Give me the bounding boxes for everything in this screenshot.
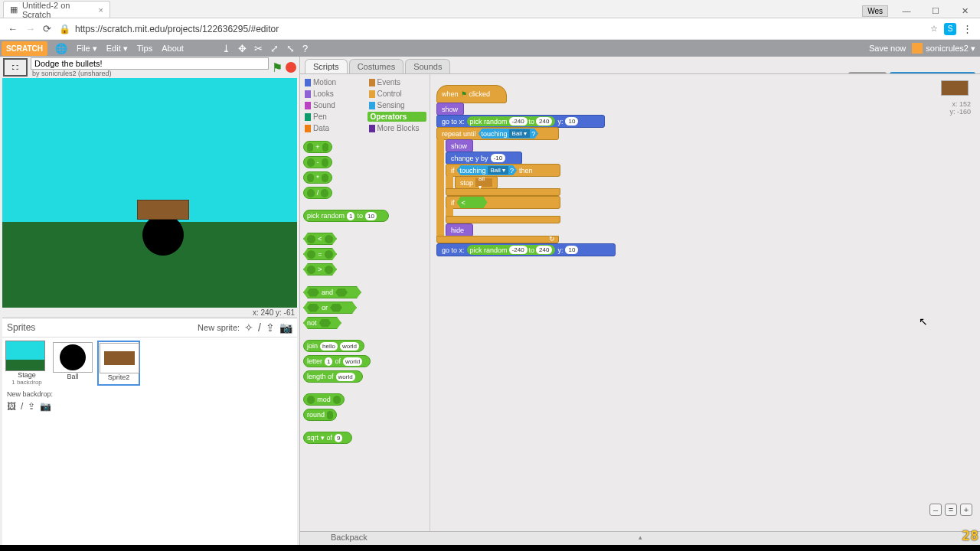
hat-when-flag-clicked[interactable]: when⚑clicked xyxy=(436,85,507,103)
op-round[interactable]: round xyxy=(303,409,337,421)
tab-scripts[interactable]: Scripts xyxy=(305,59,348,73)
zoom-in-icon[interactable]: + xyxy=(960,504,972,516)
cat-sound[interactable]: Sound xyxy=(303,100,363,110)
camera-sprite-icon[interactable]: 📷 xyxy=(279,321,292,334)
op-mul[interactable]: * xyxy=(303,171,332,184)
sprite-item-sprite2[interactable]: Sprite2 xyxy=(97,341,140,386)
zoom-reset-icon[interactable]: = xyxy=(945,504,957,516)
op-add[interactable]: + xyxy=(303,141,332,153)
cat-looks[interactable]: Looks xyxy=(303,89,363,99)
import-icon[interactable]: ⤓ xyxy=(222,43,230,54)
op-div[interactable]: / xyxy=(303,187,332,199)
choose-backdrop-icon[interactable]: 🖼 xyxy=(7,401,16,412)
c-end[interactable] xyxy=(446,188,560,196)
project-title-input[interactable] xyxy=(31,57,269,70)
paint-backdrop-icon[interactable]: / xyxy=(21,401,23,412)
cat-more[interactable]: More Blocks xyxy=(368,123,427,133)
zoom-out-icon[interactable]: – xyxy=(929,504,942,516)
choose-sprite-icon[interactable]: ✧ xyxy=(244,321,253,334)
blk-if-touching[interactable]: if touchingBall ▾? then xyxy=(446,164,560,177)
scratch-logo[interactable]: SCRATCH xyxy=(2,41,47,56)
backpack-panel[interactable]: Backpack ▴ xyxy=(300,531,980,545)
stage-sprite2[interactable] xyxy=(137,200,189,220)
c-end[interactable] xyxy=(446,216,560,223)
blk-hide[interactable]: hide xyxy=(446,223,473,236)
blk-goto-random2[interactable]: go to x: pick random-240to240 y:10 xyxy=(436,243,616,256)
help-icon[interactable]: ? xyxy=(302,43,308,54)
op-and[interactable]: and xyxy=(303,286,361,298)
blk-repeat-until[interactable]: repeat until touchingBall ▾? xyxy=(436,127,559,140)
project-byline: by sonicrules2 (unshared) xyxy=(31,70,269,77)
camera-backdrop-icon[interactable]: 📷 xyxy=(40,401,51,412)
reload-icon[interactable]: ⟳ xyxy=(43,23,51,34)
cat-operators[interactable]: Operators xyxy=(368,112,427,122)
script-area[interactable]: x: 152y: -160 when⚑clicked show go to x:… xyxy=(430,74,980,531)
bookmark-icon[interactable]: ☆ xyxy=(930,24,938,34)
stop-button[interactable] xyxy=(286,62,296,73)
close-icon[interactable]: ✕ xyxy=(954,4,975,18)
maximize-icon[interactable]: ☐ xyxy=(925,4,946,18)
cat-control[interactable]: Control xyxy=(368,89,427,99)
paint-sprite-icon[interactable]: / xyxy=(258,321,261,334)
backpack-label: Backpack xyxy=(331,533,368,542)
browser-tab[interactable]: ▦ Untitled-2 on Scratch × xyxy=(3,1,110,18)
cat-motion[interactable]: Motion xyxy=(303,77,363,87)
op-not[interactable]: not xyxy=(303,317,341,329)
minimize-icon[interactable]: — xyxy=(896,4,917,18)
block-palette: Motion Events Looks Control Sound Sensin… xyxy=(300,74,430,531)
address-bar[interactable]: 🔒 https://scratch.mit.edu/projects/12263… xyxy=(59,24,923,34)
op-mathfn[interactable]: sqrt ▾of9 xyxy=(303,432,352,444)
tab-costumes[interactable]: Costumes xyxy=(349,59,404,73)
menu-file[interactable]: File ▾ xyxy=(77,44,97,54)
grow-icon[interactable]: ⤢ xyxy=(270,43,279,54)
duplicate-icon[interactable]: ✥ xyxy=(238,43,247,54)
cat-data[interactable]: Data xyxy=(303,123,363,133)
back-icon[interactable]: ← xyxy=(8,23,18,34)
cat-pen[interactable]: Pen xyxy=(303,112,363,122)
shrink-icon[interactable]: ⤡ xyxy=(286,43,295,54)
op-join[interactable]: joinhelloworld xyxy=(303,340,364,352)
blk-change-y[interactable]: change y by-10 xyxy=(446,152,522,165)
op-mod[interactable]: mod xyxy=(303,393,345,406)
skype-icon[interactable]: S xyxy=(944,23,956,35)
blk-stop[interactable]: stopall ▾ xyxy=(455,176,498,189)
save-now-link[interactable]: Save now xyxy=(869,44,906,53)
blk-show[interactable]: show xyxy=(436,103,464,116)
sprite-item-ball[interactable]: Ball xyxy=(51,341,94,386)
op-eq[interactable]: = xyxy=(303,248,337,260)
c-end-repeat[interactable]: ↻ xyxy=(436,236,559,243)
blk-if-empty[interactable]: if < then xyxy=(446,196,560,209)
op-pick-random[interactable]: pick random1to10 xyxy=(303,210,389,222)
stage[interactable] xyxy=(2,78,297,308)
close-tab-icon[interactable]: × xyxy=(99,5,103,15)
user-menu[interactable]: sonicrules2 ▾ xyxy=(912,43,975,54)
script-stack[interactable]: when⚑clicked show go to x: pick random-2… xyxy=(436,85,616,256)
fullscreen-icon[interactable]: ⛶ xyxy=(3,58,28,77)
globe-icon[interactable]: 🌐 xyxy=(55,43,67,54)
forward-icon[interactable]: → xyxy=(25,23,35,34)
upload-sprite-icon[interactable]: ⇪ xyxy=(266,321,275,334)
op-sub[interactable]: - xyxy=(303,156,332,168)
op-gt[interactable]: > xyxy=(303,263,337,276)
menu-tips[interactable]: Tips xyxy=(137,44,152,54)
menu-edit[interactable]: Edit ▾ xyxy=(106,44,128,54)
stage-ball-sprite[interactable] xyxy=(142,214,184,256)
taskbar xyxy=(0,545,980,551)
op-length[interactable]: length ofworld xyxy=(303,370,363,383)
blk-show2[interactable]: show xyxy=(446,139,473,152)
upload-backdrop-icon[interactable]: ⇪ xyxy=(28,401,35,412)
op-or[interactable]: or xyxy=(303,302,357,314)
blk-goto-random[interactable]: go to x: pick random-240to240 y:10 xyxy=(436,115,605,128)
tab-sounds[interactable]: Sounds xyxy=(405,59,450,73)
op-lt[interactable]: < xyxy=(303,233,337,245)
tab-title: Untitled-2 on Scratch xyxy=(22,1,94,19)
menu-about[interactable]: About xyxy=(162,44,184,54)
green-flag-icon[interactable]: ⚑ xyxy=(272,60,283,75)
op-letter[interactable]: letter1ofworld xyxy=(303,355,371,367)
menu-icon[interactable]: ⋮ xyxy=(962,23,972,34)
cat-sensing[interactable]: Sensing xyxy=(368,100,427,110)
cat-events[interactable]: Events xyxy=(368,77,427,87)
chrome-profile[interactable]: Wes xyxy=(862,5,888,17)
stage-thumbnail[interactable]: Stage 1 backdrop xyxy=(5,341,48,386)
delete-icon[interactable]: ✂ xyxy=(254,43,263,54)
